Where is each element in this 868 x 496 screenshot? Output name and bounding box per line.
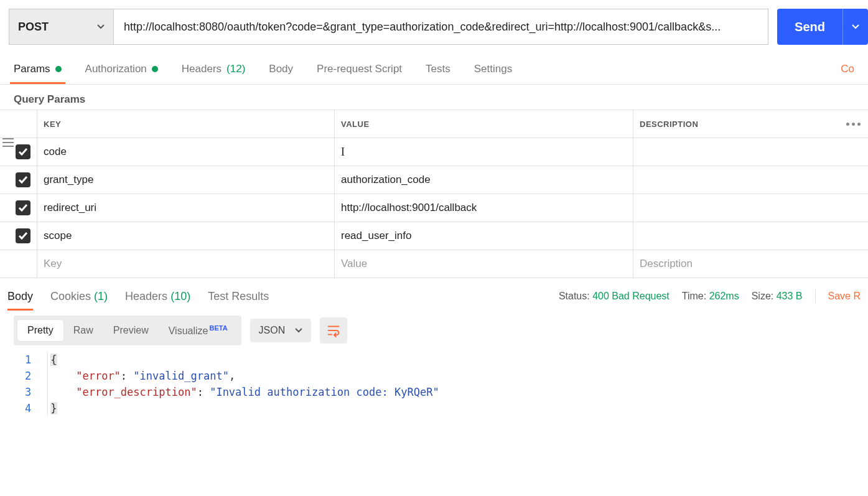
- wrap-lines-button[interactable]: [320, 317, 347, 344]
- tab-tests[interactable]: Tests: [426, 63, 450, 75]
- table-row: code I: [0, 138, 868, 166]
- view-preview-button[interactable]: Preview: [103, 320, 159, 341]
- tab-authorization[interactable]: Authorization: [85, 63, 158, 75]
- time-value: 262ms: [709, 291, 739, 301]
- request-bar: POST http://localhost:8080/oauth/token?c…: [0, 0, 868, 54]
- code-area: { "error": "invalid_grant", "error_descr…: [47, 352, 439, 416]
- row-checkbox[interactable]: [16, 228, 30, 243]
- param-desc-input[interactable]: [633, 194, 868, 222]
- param-value-input[interactable]: Value: [335, 250, 633, 278]
- chevron-down-icon: [97, 21, 105, 34]
- param-key-input[interactable]: code: [37, 138, 335, 166]
- row-checkbox[interactable]: [16, 172, 30, 187]
- status-dot-icon: [152, 66, 158, 72]
- body-view-toolbar: Pretty Raw Preview VisualizeBETA JSON: [0, 309, 868, 352]
- row-checkbox[interactable]: [16, 200, 30, 215]
- send-button[interactable]: Send: [777, 9, 842, 45]
- param-desc-input[interactable]: Description: [633, 250, 868, 278]
- param-desc-input[interactable]: [633, 138, 868, 166]
- send-button-group: Send: [777, 9, 868, 45]
- body-lang-label: JSON: [259, 325, 286, 336]
- code-token: }: [50, 402, 57, 414]
- view-raw-button[interactable]: Raw: [63, 320, 103, 341]
- url-input[interactable]: http://localhost:8080/oauth/token?code=&…: [113, 9, 768, 45]
- param-value-input[interactable]: authorization_code: [335, 166, 633, 194]
- tab-headers-count: (12): [226, 63, 245, 75]
- save-response-button[interactable]: Save R: [828, 291, 861, 302]
- param-desc-input[interactable]: [633, 222, 868, 250]
- http-method-select[interactable]: POST: [9, 9, 113, 45]
- resp-tab-body[interactable]: Body: [7, 290, 33, 303]
- status-value: 400 Bad Request: [592, 291, 670, 301]
- code-token: "error": [76, 370, 121, 382]
- col-desc-header: DESCRIPTION: [633, 110, 868, 138]
- send-dropdown-button[interactable]: [842, 9, 868, 45]
- code-token: {: [50, 353, 57, 366]
- table-row: grant_type authorization_code: [0, 166, 868, 194]
- resp-tab-headers[interactable]: Headers (10): [125, 290, 190, 303]
- chevron-down-icon: [295, 327, 302, 334]
- tab-params-label: Params: [14, 63, 50, 75]
- param-key-input[interactable]: Key: [37, 250, 335, 278]
- view-visualize-button[interactable]: VisualizeBETA: [159, 319, 238, 342]
- query-params-title: Query Params: [0, 85, 868, 110]
- tab-headers[interactable]: Headers (12): [182, 63, 246, 75]
- tab-settings[interactable]: Settings: [474, 63, 512, 75]
- tab-headers-label: Headers: [182, 63, 222, 75]
- status-dot-icon: [55, 66, 62, 72]
- param-value-input[interactable]: I: [335, 138, 633, 166]
- code-token: "Invalid authorization code: KyRQeR": [210, 386, 439, 398]
- tab-body[interactable]: Body: [269, 63, 293, 75]
- text-cursor-icon: I: [341, 146, 345, 159]
- drag-handle-icon[interactable]: [2, 138, 15, 149]
- response-meta: Status: 400 Bad Request Time: 262ms Size…: [559, 289, 861, 303]
- response-tabs: Body Cookies (1) Headers (10) Test Resul…: [0, 278, 868, 309]
- resp-cookies-count: (1): [94, 290, 108, 302]
- size-value: 433 B: [777, 291, 803, 301]
- tab-authorization-label: Authorization: [85, 63, 147, 75]
- request-tabs: Params Authorization Headers (12) Body P…: [0, 54, 868, 85]
- table-header-row: KEY VALUE DESCRIPTION: [0, 110, 868, 138]
- resp-tab-tests[interactable]: Test Results: [208, 290, 269, 303]
- divider: [815, 289, 816, 303]
- view-pretty-button[interactable]: Pretty: [17, 320, 63, 341]
- param-value-input[interactable]: read_user_info: [335, 222, 633, 250]
- more-icon[interactable]: [846, 123, 861, 126]
- beta-badge: BETA: [209, 324, 227, 332]
- response-body-editor[interactable]: 1 2 3 4 { "error": "invalid_grant", "err…: [0, 352, 868, 416]
- param-desc-input[interactable]: [633, 166, 868, 194]
- body-lang-select[interactable]: JSON: [250, 319, 312, 342]
- param-key-input[interactable]: scope: [37, 222, 335, 250]
- tab-params[interactable]: Params: [14, 63, 62, 75]
- http-method-label: POST: [18, 21, 49, 34]
- wrap-icon: [327, 324, 340, 337]
- code-token: "error_description": [76, 386, 197, 398]
- table-row: scope read_user_info: [0, 222, 868, 250]
- view-mode-segment: Pretty Raw Preview VisualizeBETA: [14, 316, 241, 345]
- param-key-input[interactable]: grant_type: [37, 166, 335, 194]
- param-value-input[interactable]: http://localhost:9001/callback: [335, 194, 633, 222]
- table-row-new: Key Value Description: [0, 250, 868, 278]
- resp-headers-count: (10): [170, 290, 190, 302]
- table-row: redirect_uri http://localhost:9001/callb…: [0, 194, 868, 222]
- status-label: Status:: [559, 291, 590, 301]
- param-key-input[interactable]: redirect_uri: [37, 194, 335, 222]
- cookies-link[interactable]: Co: [841, 63, 854, 75]
- query-params-table: KEY VALUE DESCRIPTION code I grant_type …: [0, 110, 868, 278]
- size-label: Size:: [752, 291, 774, 301]
- row-checkbox[interactable]: [16, 144, 30, 159]
- line-number-gutter: 1 2 3 4: [25, 352, 47, 416]
- time-label: Time:: [682, 291, 706, 301]
- code-token: "invalid_grant": [133, 370, 229, 382]
- resp-tab-cookies[interactable]: Cookies (1): [50, 290, 108, 303]
- col-key-header: KEY: [37, 110, 335, 138]
- tab-prerequest[interactable]: Pre-request Script: [317, 63, 402, 75]
- col-value-header: VALUE: [335, 110, 633, 138]
- url-text: http://localhost:8080/oauth/token?code=&…: [124, 21, 721, 34]
